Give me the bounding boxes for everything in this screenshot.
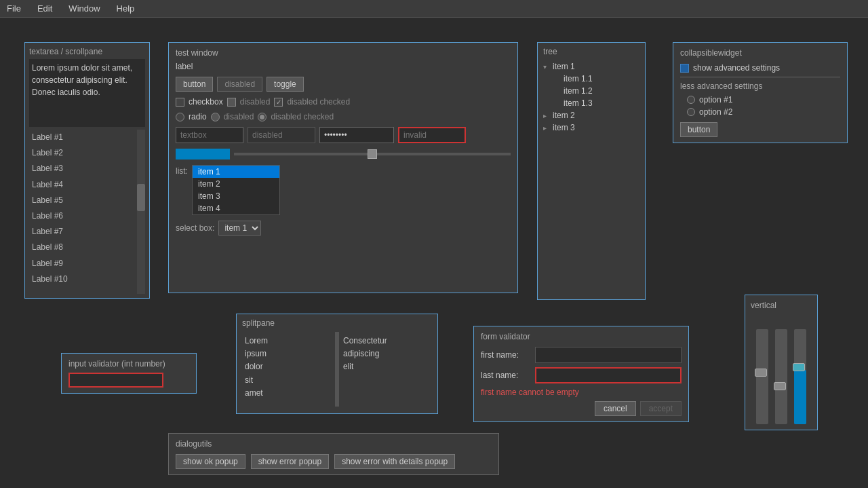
v-slider-3-thumb[interactable]	[793, 363, 805, 371]
split-left-pane: Lorem ipsum dolor sit amet	[242, 332, 334, 407]
disabled-checkbox-label: disabled	[240, 97, 271, 107]
option1-label: option #1	[699, 95, 732, 105]
tree-item-2[interactable]: ▸ item 2	[543, 109, 639, 121]
testwindow-label: label	[176, 62, 511, 71]
tree-item-1-3[interactable]: item 1.3	[543, 97, 639, 109]
collapsible-title: collapsiblewidget	[680, 48, 840, 58]
radio[interactable]	[176, 113, 184, 121]
show-error-popup-button[interactable]: show error popup	[251, 454, 329, 469]
selectbox-label: select box:	[176, 223, 214, 233]
disabled-checked-radio-label: disabled checked	[271, 112, 334, 121]
v-slider-3-fill	[794, 370, 806, 424]
list-item[interactable]: Label #8	[29, 240, 136, 255]
list-item[interactable]: Label #4	[29, 177, 136, 193]
v-slider-1-thumb[interactable]	[755, 369, 767, 377]
list-item[interactable]: Label #1	[29, 130, 136, 145]
menu-help[interactable]: Help	[113, 2, 139, 15]
list-label: list:	[176, 166, 188, 215]
textbox-input[interactable]	[176, 127, 243, 143]
list-item[interactable]: Label #3	[29, 161, 136, 176]
tree-panel: tree ▾ item 1 item 1.1 item 1.2 item 1.3…	[537, 42, 646, 300]
vertical-sliders	[751, 316, 812, 424]
textarea-content[interactable]: Lorem ipsum dolor sit amet, consectetur …	[29, 59, 145, 127]
tree-item-label: item 2	[553, 111, 575, 120]
testwindow-title: test window	[176, 48, 511, 58]
selectbox[interactable]: item 1 item 2 item 3 item 4	[218, 221, 261, 236]
option2-radio[interactable]	[687, 108, 695, 116]
toggle-button[interactable]: toggle	[267, 77, 304, 92]
list-item[interactable]: Label #2	[29, 145, 136, 161]
test-window-panel: test window label button disabled toggle…	[168, 42, 518, 293]
tree-item-1-1[interactable]: item 1.1	[543, 73, 639, 85]
list-item[interactable]: Label #7	[29, 224, 136, 240]
collapsible-panel: collapsiblewidget show advanced settings…	[673, 42, 848, 143]
menu-window[interactable]: Window	[64, 2, 104, 15]
list-item-3[interactable]: item 3	[193, 190, 279, 202]
show-advanced-label: show advanced settings	[693, 63, 780, 73]
list-item[interactable]: Label #9	[29, 256, 136, 271]
list-item-4[interactable]: item 4	[193, 202, 279, 214]
cancel-button[interactable]: cancel	[595, 401, 636, 416]
option1-radio[interactable]	[687, 96, 695, 104]
menu-file[interactable]: File	[3, 2, 25, 15]
split-divider[interactable]	[335, 332, 339, 407]
tree-item-1-2[interactable]: item 1.2	[543, 85, 639, 97]
disabled-radio	[211, 113, 220, 121]
list-item[interactable]: Label #6	[29, 208, 136, 224]
input-validator-field[interactable]	[68, 373, 163, 388]
slider-thumb[interactable]	[368, 149, 377, 159]
tree-expand-icon: ▸	[543, 112, 553, 119]
list-item-2[interactable]: item 2	[193, 178, 279, 190]
list-item[interactable]: Label #10	[29, 271, 136, 287]
input-validator-panel: input validator (int number)	[61, 353, 197, 394]
dialogutils-panel: dialogutils show ok popup show error pop…	[168, 433, 499, 475]
vertical-title: vertical	[751, 301, 812, 310]
disabled-checked-checkbox: ✓	[274, 98, 283, 107]
tree-item-label: item 3	[553, 123, 575, 132]
tree-item-label: item 1	[553, 62, 575, 71]
menu-edit[interactable]: Edit	[33, 2, 56, 15]
scrollbar-vertical[interactable]	[137, 130, 145, 294]
last-name-label: last name:	[481, 371, 535, 380]
first-name-label: first name:	[481, 350, 535, 360]
disabled-radio-label: disabled	[224, 112, 254, 121]
tree-item-1[interactable]: ▾ item 1	[543, 60, 639, 73]
last-name-input[interactable]	[535, 367, 682, 383]
show-ok-popup-button[interactable]: show ok popup	[176, 454, 245, 469]
split-right-pane: Consectetur adipiscing elit	[340, 332, 432, 407]
v-slider-2-thumb[interactable]	[774, 382, 786, 390]
first-name-input[interactable]	[535, 347, 682, 363]
collapsible-button[interactable]: button	[680, 122, 717, 137]
tree-item-3[interactable]: ▸ item 3	[543, 121, 639, 134]
tree-item-label: item 1.2	[564, 86, 593, 96]
button[interactable]: button	[176, 77, 213, 92]
list-item[interactable]: Label #5	[29, 193, 136, 208]
option1-row: option #1	[680, 95, 840, 105]
tree-item-label: item 1.3	[564, 98, 593, 108]
v-slider-1[interactable]	[756, 329, 768, 424]
disabled-textbox	[248, 127, 315, 143]
splitpane-panel: splitpane Lorem ipsum dolor sit amet Con…	[236, 314, 438, 414]
checkbox[interactable]	[176, 98, 184, 107]
show-advanced-checkbox[interactable]	[680, 64, 689, 73]
vertical-slider-panel: vertical	[745, 295, 818, 430]
slider-blue[interactable]	[176, 149, 230, 159]
accept-button: accept	[640, 401, 682, 416]
dialogutils-title: dialogutils	[176, 439, 492, 449]
show-error-details-popup-button[interactable]: show error with details popup	[334, 454, 455, 469]
menubar: File Edit Window Help	[0, 0, 868, 18]
slider-gray[interactable]	[234, 153, 511, 155]
splitpane-content: Lorem ipsum dolor sit amet Consectetur a…	[242, 332, 432, 407]
radio-label: radio	[189, 112, 207, 121]
v-slider-3[interactable]	[794, 329, 806, 424]
list-box: item 1 item 2 item 3 item 4	[192, 165, 280, 215]
collapsible-divider	[680, 77, 840, 77]
textarea-label: textarea / scrollpane	[29, 47, 145, 56]
v-slider-2[interactable]	[775, 329, 787, 424]
list-item-1[interactable]: item 1	[193, 166, 279, 178]
password-input[interactable]	[319, 127, 394, 143]
invalid-textbox[interactable]	[398, 127, 466, 143]
textarea-scrollpane-panel: textarea / scrollpane Lorem ipsum dolor …	[24, 42, 150, 299]
disabled-button: disabled	[217, 77, 262, 92]
scrollbar-thumb[interactable]	[137, 184, 145, 211]
